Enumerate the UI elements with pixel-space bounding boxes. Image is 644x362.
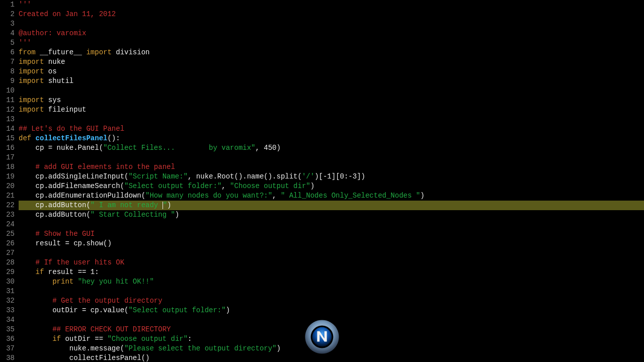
token-plain: sys <box>44 96 61 104</box>
token-plain: : <box>188 335 192 343</box>
line-number: 25 <box>0 229 15 239</box>
code-line[interactable]: cp.addFilenameSearch("Select output fold… <box>19 182 644 191</box>
line-number: 13 <box>0 115 15 124</box>
token-plain: result == 1: <box>44 268 99 276</box>
code-line[interactable]: # add GUI elements into the panel <box>19 162 644 172</box>
line-number: 15 <box>0 134 15 143</box>
code-line[interactable]: # If the user hits OK <box>19 258 644 267</box>
line-number: 31 <box>0 287 15 296</box>
code-line[interactable]: import nuke <box>19 57 644 67</box>
token-plain: outDir == <box>61 335 107 343</box>
token-plain: cp.addFilenameSearch( <box>19 182 124 190</box>
code-editor[interactable]: 1234567891011121314151617181920212223242… <box>0 0 644 362</box>
line-number: 16 <box>0 143 15 153</box>
token-plain: cp.addButton( <box>19 201 91 209</box>
token-plain: , nuke.Root().name().split( <box>188 172 302 180</box>
code-line[interactable] <box>19 86 644 96</box>
token-string: "Choose output dir" <box>107 335 188 343</box>
code-line[interactable]: cp.addButton(" I am not ready ") <box>19 201 644 210</box>
code-line[interactable]: if outDir == "Choose output dir": <box>19 334 644 344</box>
line-number: 38 <box>0 353 15 362</box>
token-plain <box>19 163 36 171</box>
line-number: 2 <box>0 10 15 19</box>
token-funcname: collectFilesPanel <box>36 134 108 142</box>
code-line[interactable]: ''' <box>19 0 644 10</box>
line-number: 12 <box>0 105 15 115</box>
token-plain: division <box>112 48 150 56</box>
token-plain: ) <box>277 344 281 352</box>
token-plain <box>19 230 36 238</box>
code-line[interactable]: cp = nuke.Panel("Collect Files... by var… <box>19 143 644 153</box>
token-comment: ## ERROR CHECK OUT DIRECTORY <box>52 325 171 333</box>
line-number: 3 <box>0 19 15 29</box>
code-line[interactable]: nuke.message("Please select the output d… <box>19 344 644 353</box>
token-string: "hey you hit OK!!" <box>78 278 154 286</box>
code-line[interactable]: ## ERROR CHECK OUT DIRECTORY <box>19 325 644 334</box>
code-line[interactable]: outDir = cp.value("Select output folder:… <box>19 306 644 315</box>
token-plain: cp.addSingleLineInput( <box>19 172 128 180</box>
token-plain: ) <box>310 182 314 190</box>
token-keyword: print <box>52 278 73 286</box>
code-line[interactable] <box>19 220 644 229</box>
line-number: 7 <box>0 57 15 67</box>
token-plain <box>19 268 36 276</box>
code-line[interactable]: import os <box>19 67 644 76</box>
token-comment: # Get the output directory <box>52 297 162 305</box>
line-number: 36 <box>0 334 15 344</box>
code-line[interactable]: from __future__ import division <box>19 48 644 57</box>
token-string: " I am not ready <box>91 201 163 209</box>
token-string: "Please select the output directory" <box>124 344 276 352</box>
code-line[interactable]: cp.addEnumerationPulldown("How many node… <box>19 191 644 201</box>
code-line[interactable] <box>19 153 644 162</box>
code-line[interactable]: @author: varomix <box>19 29 644 38</box>
token-string: "Select output folder:" <box>124 182 221 190</box>
code-line[interactable]: ''' <box>19 38 644 48</box>
code-line[interactable] <box>19 115 644 124</box>
token-plain: )[-1][0:-3]) <box>314 172 365 180</box>
line-number: 32 <box>0 296 15 306</box>
code-line[interactable] <box>19 287 644 296</box>
token-plain: nuke.message( <box>19 344 124 352</box>
code-line[interactable] <box>19 248 644 258</box>
token-comment: ''' <box>19 1 31 9</box>
code-line[interactable]: result = cp.show() <box>19 239 644 248</box>
code-line[interactable]: print "hey you hit OK!!" <box>19 277 644 287</box>
line-number: 4 <box>0 29 15 38</box>
token-plain: os <box>44 67 56 75</box>
token-plain <box>19 258 36 266</box>
line-number: 21 <box>0 191 15 201</box>
code-line[interactable]: Created on Jan 11, 2012 <box>19 10 644 19</box>
line-number: 34 <box>0 315 15 325</box>
line-number: 26 <box>0 239 15 248</box>
token-plain: ) <box>226 306 230 314</box>
code-line[interactable]: import fileinput <box>19 105 644 115</box>
code-line[interactable]: import shutil <box>19 76 644 86</box>
line-number: 23 <box>0 210 15 220</box>
token-string: "Collect Files... by varomix" <box>103 144 255 152</box>
token-keyword: import <box>19 67 44 75</box>
token-plain: shutil <box>44 77 73 85</box>
line-number: 37 <box>0 344 15 353</box>
code-line[interactable]: # Get the output directory <box>19 296 644 306</box>
token-comment: @author: varomix <box>19 29 86 37</box>
line-number: 20 <box>0 182 15 191</box>
code-line[interactable]: cp.addSingleLineInput("Script Name:", nu… <box>19 172 644 182</box>
code-line[interactable]: def collectFilesPanel(): <box>19 134 644 143</box>
token-keyword: import <box>19 58 44 66</box>
line-number: 24 <box>0 220 15 229</box>
code-line[interactable] <box>19 19 644 29</box>
code-line[interactable]: cp.addButton(" Start Collecting ") <box>19 210 644 220</box>
token-plain: (): <box>107 134 120 142</box>
code-line[interactable]: import sys <box>19 96 644 105</box>
token-plain: , <box>272 192 281 200</box>
code-line[interactable]: collectFilesPanel() <box>19 353 644 362</box>
token-plain: ) <box>420 192 424 200</box>
code-line[interactable] <box>19 315 644 325</box>
line-number: 8 <box>0 67 15 76</box>
code-line[interactable]: if result == 1: <box>19 267 644 277</box>
code-area[interactable]: '''Created on Jan 11, 2012@author: varom… <box>17 0 644 362</box>
code-line[interactable]: # Show the GUI <box>19 229 644 239</box>
token-comment: ''' <box>19 39 31 47</box>
code-line[interactable]: ## Let's do the GUI Panel <box>19 124 644 134</box>
token-plain: nuke <box>44 58 65 66</box>
